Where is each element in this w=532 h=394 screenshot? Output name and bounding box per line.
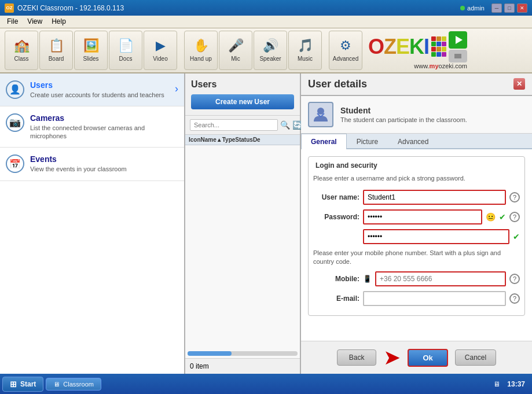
brand-url: www.myozeki.com	[414, 62, 467, 69]
email-label: E-mail:	[313, 294, 359, 303]
start-button[interactable]: ⊞ Start	[2, 377, 43, 392]
toolbar-video[interactable]: ▶ Video	[144, 31, 177, 70]
sidebar-item-events[interactable]: 📅 Events View the events in your classro…	[0, 148, 184, 181]
play-button[interactable]	[449, 31, 467, 49]
username-row: User name: ?	[313, 190, 520, 205]
users-list	[185, 145, 300, 349]
class-icon: 🏫	[14, 38, 30, 53]
close-window-button[interactable]: ✕	[517, 3, 527, 13]
col-type: Type	[222, 137, 236, 143]
password-confirm-row: ✔	[313, 229, 520, 244]
cancel-button[interactable]: Cancel	[455, 349, 496, 366]
window-title: OZEKI Classroom - 192.168.0.113	[17, 4, 460, 12]
sidebar-item-cameras[interactable]: 📷 Cameras List the connected browser cam…	[0, 106, 184, 148]
toolbar-docs[interactable]: 📄 Docs	[109, 31, 142, 70]
window-controls: ─ □ ✕	[491, 3, 527, 13]
scrollbar-horizontal[interactable]	[188, 351, 298, 356]
docs-icon: 📄	[118, 38, 134, 53]
sidebar: 👤 Users Create user accounts for student…	[0, 73, 185, 374]
user-status: admin	[460, 5, 485, 12]
toolbar-mic[interactable]: 🎤 Mic	[219, 31, 252, 70]
speaker-icon: 🔊	[263, 38, 278, 53]
status-indicator	[460, 6, 465, 10]
tab-picture[interactable]: Picture	[347, 134, 388, 149]
password-help-icon[interactable]: ?	[509, 212, 520, 222]
sidebar-cameras-title: Cameras	[30, 113, 178, 123]
slides-icon: 🖼️	[83, 38, 99, 53]
user-details-header: User details ✕	[301, 73, 532, 96]
sidebar-item-users[interactable]: 👤 Users Create user accounts for student…	[0, 73, 184, 106]
toolbar-class[interactable]: 🏫 Class	[5, 31, 38, 70]
mobile-help-icon[interactable]: ?	[509, 274, 520, 284]
mobile-row: Mobile: 📱 ?	[313, 271, 520, 286]
search-input[interactable]	[190, 119, 278, 131]
close-dialog-button[interactable]: ✕	[513, 78, 525, 90]
minimize-button[interactable]: ─	[491, 3, 502, 13]
taskbar-sys-tray: 🖥	[493, 380, 500, 388]
dialog-buttons: Back ➤ Ok Cancel	[301, 341, 532, 374]
search-icon[interactable]: 🔍	[280, 120, 290, 130]
student-name: Student	[340, 106, 467, 115]
password-confirm-input[interactable]	[363, 229, 509, 244]
create-user-button[interactable]: Create new User	[191, 94, 294, 109]
toolbar-advanced[interactable]: ⚙ Advanced	[329, 31, 362, 70]
student-desc: The student can participate in the class…	[340, 116, 467, 123]
sidebar-users-title: Users	[30, 80, 169, 90]
sidebar-users-desc: Create user accounts for students and te…	[30, 91, 169, 99]
toolbar-board[interactable]: 📋 Board	[39, 31, 73, 70]
menu-help[interactable]: Help	[47, 16, 71, 27]
section-title: Login and security	[313, 161, 520, 170]
cameras-icon: 📷	[6, 113, 24, 132]
sidebar-events-title: Events	[30, 154, 178, 164]
ok-arrow-indicator: ➤	[383, 347, 401, 368]
users-icon: 👤	[6, 80, 24, 99]
music-icon: 🎵	[298, 38, 313, 53]
tab-advanced[interactable]: Advanced	[388, 134, 438, 149]
menu-view[interactable]: View	[23, 16, 47, 27]
form-content: Login and security Please enter a userna…	[301, 149, 532, 341]
student-info: Student The student can participate in t…	[301, 96, 532, 134]
password-warning-icon: 😐	[486, 212, 496, 222]
app-icon: OZ	[5, 3, 14, 13]
ok-button[interactable]: Ok	[408, 349, 447, 367]
username-input[interactable]	[363, 190, 506, 205]
user-details-panel: User details ✕ Student The student can p…	[301, 73, 532, 374]
taskbar-classroom[interactable]: 🖥 Classroom	[46, 378, 101, 391]
col-de: De	[253, 137, 261, 143]
toolbar-music[interactable]: 🎵 Music	[288, 31, 322, 70]
users-footer: 0 item	[185, 358, 300, 374]
taskbar-window-icon: 🖥	[53, 381, 60, 388]
main-content: 👤 Users Create user accounts for student…	[0, 73, 532, 374]
users-panel-title: Users	[191, 79, 294, 90]
back-button[interactable]: Back	[337, 349, 377, 366]
handup-icon: ✋	[193, 38, 209, 53]
sidebar-cameras-desc: List the connected browser cameras and m…	[30, 124, 178, 141]
section-description: Please enter a username and pick a stron…	[313, 174, 520, 183]
users-panel-header: Users Create new User	[185, 73, 300, 116]
toolbar-slides[interactable]: 🖼️ Slides	[74, 31, 108, 70]
password-label: Password:	[313, 213, 359, 221]
login-security-section: Login and security Please enter a userna…	[308, 156, 525, 316]
svg-point-0	[317, 108, 324, 115]
toolbar-handup[interactable]: ✋ Hand up	[184, 31, 218, 70]
table-header: Icon Name▲ Type Status De	[185, 135, 300, 145]
password-input[interactable]	[363, 209, 482, 224]
toolbar-speaker[interactable]: 🔊 Speaker	[254, 31, 287, 70]
maximize-button[interactable]: □	[504, 3, 515, 13]
menu-bar: File View Help	[0, 16, 532, 28]
email-input[interactable]	[363, 291, 506, 306]
menu-file[interactable]: File	[2, 16, 23, 27]
events-icon: 📅	[6, 154, 24, 173]
scrollbar-thumb	[188, 351, 232, 356]
tab-general[interactable]: General	[301, 134, 347, 149]
email-help-icon[interactable]: ?	[509, 293, 520, 304]
student-avatar	[308, 102, 333, 127]
username-help-icon[interactable]: ?	[509, 192, 520, 202]
stop-button[interactable]	[449, 50, 467, 62]
mobile-label: Mobile:	[313, 275, 359, 283]
user-details-title: User details	[308, 78, 367, 90]
mobile-input[interactable]	[375, 271, 506, 286]
password-row: Password: 😐 ✔ ?	[313, 209, 520, 224]
taskbar-clock: 13:37	[507, 380, 525, 388]
search-bar: 🔍 🔄 ❓	[185, 116, 300, 135]
